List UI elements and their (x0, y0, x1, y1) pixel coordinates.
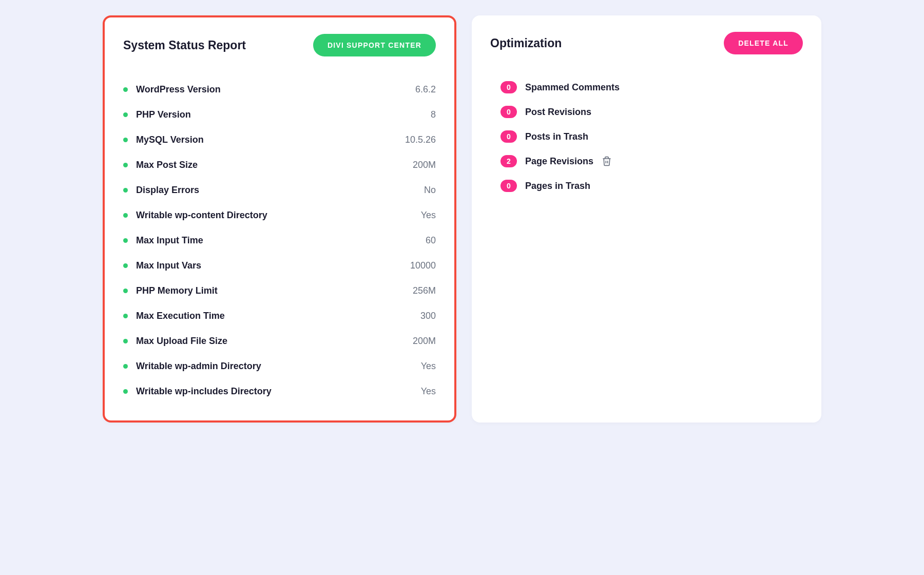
status-value: 300 (420, 311, 436, 321)
status-label: Max Input Time (136, 235, 203, 246)
status-dot-icon (123, 87, 128, 92)
status-dot-icon (123, 364, 128, 369)
status-label: Max Input Vars (136, 260, 201, 271)
status-value: 60 (426, 235, 436, 246)
status-label: Max Upload File Size (136, 336, 227, 347)
status-dot-icon (123, 289, 128, 293)
status-row: WordPress Version6.6.2 (123, 77, 436, 102)
status-value: 10.5.26 (405, 135, 436, 145)
status-dot-icon (123, 263, 128, 268)
status-row-left: Max Execution Time (123, 311, 225, 321)
status-row: PHP Memory Limit256M (123, 278, 436, 303)
delete-all-button[interactable]: DELETE ALL (724, 32, 803, 54)
status-label: Max Execution Time (136, 311, 225, 321)
status-row: Display ErrorsNo (123, 178, 436, 203)
optimization-label: Posts in Trash (525, 131, 588, 142)
optimization-row: 0Posts in Trash (500, 124, 803, 149)
panel-header: System Status Report DIVI SUPPORT CENTER (123, 34, 436, 56)
status-list: WordPress Version6.6.2PHP Version8MySQL … (123, 77, 436, 404)
status-dot-icon (123, 112, 128, 117)
status-label: Display Errors (136, 185, 199, 196)
status-value: 200M (413, 336, 436, 347)
status-row-left: PHP Version (123, 109, 191, 120)
status-dot-icon (123, 138, 128, 142)
optimization-row: 2Page Revisions (500, 149, 803, 174)
status-dot-icon (123, 314, 128, 318)
panel-header: Optimization DELETE ALL (490, 32, 803, 54)
status-value: Yes (421, 361, 436, 372)
status-value: Yes (421, 210, 436, 221)
optimization-label: Spammed Comments (525, 82, 620, 93)
count-badge: 0 (500, 106, 517, 118)
count-badge: 0 (500, 180, 517, 192)
status-value: 256M (413, 285, 436, 296)
count-badge: 0 (500, 130, 517, 143)
status-label: Writable wp-content Directory (136, 210, 267, 221)
status-dot-icon (123, 188, 128, 193)
status-label: PHP Version (136, 109, 191, 120)
status-row-left: MySQL Version (123, 135, 204, 145)
trash-icon[interactable] (602, 156, 612, 166)
status-dot-icon (123, 213, 128, 218)
status-row-left: WordPress Version (123, 84, 221, 95)
status-row-left: Writable wp-includes Directory (123, 386, 272, 397)
status-row-left: PHP Memory Limit (123, 285, 218, 296)
status-row-left: Max Input Time (123, 235, 203, 246)
status-row: Max Input Time60 (123, 228, 436, 253)
status-row-left: Max Post Size (123, 160, 198, 170)
optimization-label: Page Revisions (525, 156, 593, 167)
status-row-left: Max Input Vars (123, 260, 201, 271)
status-value: 8 (431, 109, 436, 120)
status-label: Writable wp-includes Directory (136, 386, 272, 397)
status-dot-icon (123, 238, 128, 243)
optimization-panel: Optimization DELETE ALL 0Spammed Comment… (472, 15, 821, 423)
status-row-left: Writable wp-admin Directory (123, 361, 261, 372)
panel-title: Optimization (490, 36, 562, 50)
divi-support-center-button[interactable]: DIVI SUPPORT CENTER (313, 34, 436, 56)
status-value: 200M (413, 160, 436, 170)
status-dot-icon (123, 339, 128, 343)
status-row-left: Max Upload File Size (123, 336, 227, 347)
status-value: Yes (421, 386, 436, 397)
status-label: PHP Memory Limit (136, 285, 218, 296)
status-row-left: Display Errors (123, 185, 199, 196)
status-row: PHP Version8 (123, 102, 436, 127)
status-row: Writable wp-includes DirectoryYes (123, 379, 436, 404)
optimization-label: Pages in Trash (525, 181, 590, 191)
status-row: Max Execution Time300 (123, 303, 436, 329)
optimization-row: 0Spammed Comments (500, 75, 803, 100)
dashboard-container: System Status Report DIVI SUPPORT CENTER… (103, 15, 821, 423)
status-dot-icon (123, 389, 128, 394)
optimization-row: 0Pages in Trash (500, 174, 803, 198)
optimization-label: Post Revisions (525, 107, 591, 118)
status-label: Writable wp-admin Directory (136, 361, 261, 372)
count-badge: 2 (500, 155, 517, 167)
status-row: Max Input Vars10000 (123, 253, 436, 278)
status-value: 6.6.2 (415, 84, 436, 95)
system-status-panel: System Status Report DIVI SUPPORT CENTER… (103, 15, 456, 423)
status-row: Max Post Size200M (123, 152, 436, 178)
status-value: 10000 (410, 260, 436, 271)
status-dot-icon (123, 163, 128, 167)
count-badge: 0 (500, 81, 517, 93)
status-row: Max Upload File Size200M (123, 329, 436, 354)
optimization-row: 0Post Revisions (500, 100, 803, 124)
status-row: Writable wp-admin DirectoryYes (123, 354, 436, 379)
panel-title: System Status Report (123, 39, 246, 52)
status-row: MySQL Version10.5.26 (123, 127, 436, 152)
status-label: MySQL Version (136, 135, 204, 145)
status-value: No (424, 185, 436, 196)
status-row: Writable wp-content DirectoryYes (123, 203, 436, 228)
optimization-list: 0Spammed Comments0Post Revisions0Posts i… (490, 75, 803, 198)
status-label: WordPress Version (136, 84, 221, 95)
status-label: Max Post Size (136, 160, 198, 170)
status-row-left: Writable wp-content Directory (123, 210, 267, 221)
